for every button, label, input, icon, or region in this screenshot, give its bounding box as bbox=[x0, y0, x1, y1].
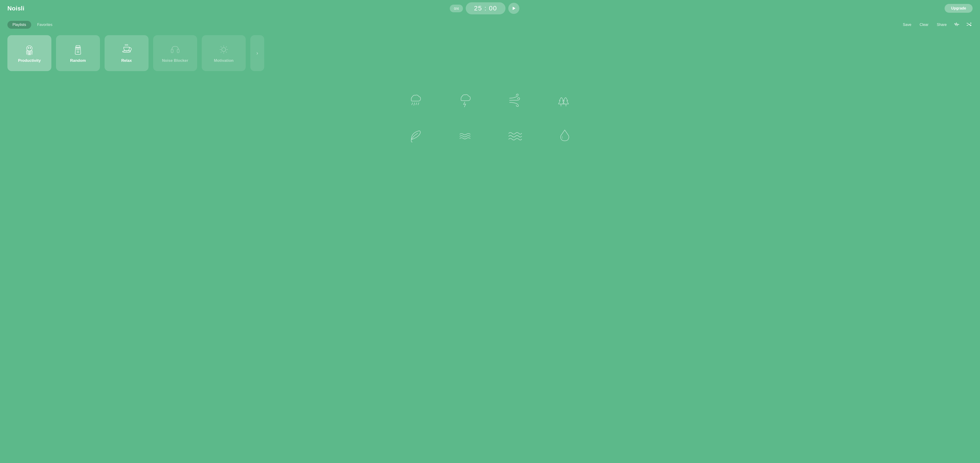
svg-point-3 bbox=[30, 48, 31, 48]
header: Noisli 0/4 25 : 00 Upgrade bbox=[0, 0, 980, 17]
playlist-card-productivity[interactable]: Productivity bbox=[7, 35, 51, 71]
play-button[interactable] bbox=[508, 3, 519, 14]
motivation-label: Motivation bbox=[214, 58, 234, 63]
random-label: Random bbox=[70, 58, 86, 63]
tabs-left: Playlists Favorites bbox=[7, 21, 57, 29]
leaves-icon bbox=[407, 127, 424, 144]
tabs-right: Save Clear Share bbox=[901, 21, 973, 29]
sound-item-wind[interactable] bbox=[490, 83, 540, 118]
sound-item-water-drop[interactable] bbox=[540, 118, 589, 153]
app-logo: Noisli bbox=[7, 5, 24, 12]
sound-item-thunder[interactable] bbox=[440, 83, 490, 118]
counter-badge: 0/4 bbox=[450, 5, 463, 12]
relax-label: Relax bbox=[121, 58, 132, 63]
rain-icon bbox=[407, 92, 424, 109]
sound-item-rain[interactable] bbox=[391, 83, 440, 118]
svg-rect-10 bbox=[171, 49, 173, 53]
sound-grid bbox=[391, 83, 589, 153]
sound-item-leaves[interactable] bbox=[391, 118, 440, 153]
tab-favorites[interactable]: Favorites bbox=[32, 21, 57, 29]
noise-blocker-icon bbox=[169, 43, 181, 56]
playlist-cards: Productivity Random bbox=[7, 35, 973, 71]
svg-line-20 bbox=[221, 52, 221, 52]
sound-item-stream[interactable] bbox=[440, 118, 490, 153]
motivation-icon bbox=[218, 43, 230, 56]
tab-playlists[interactable]: Playlists bbox=[7, 21, 31, 29]
playlist-card-noise-blocker[interactable]: Noise Blocker bbox=[153, 35, 197, 71]
save-button[interactable]: Save bbox=[901, 22, 913, 28]
wind-icon bbox=[507, 92, 523, 109]
svg-point-12 bbox=[222, 48, 226, 51]
svg-point-2 bbox=[28, 48, 29, 48]
svg-line-18 bbox=[226, 52, 227, 52]
header-center: 0/4 25 : 00 bbox=[450, 2, 519, 14]
svg-marker-26 bbox=[563, 98, 568, 104]
random-icon bbox=[72, 43, 84, 56]
svg-line-24 bbox=[418, 103, 419, 105]
main-content: Playlists Favorites Save Clear Share bbox=[0, 17, 980, 162]
next-arrow-button[interactable]: › bbox=[250, 35, 264, 71]
playlist-card-random[interactable]: Random bbox=[56, 35, 100, 71]
svg-line-17 bbox=[221, 46, 221, 47]
waves-icon bbox=[507, 127, 523, 144]
upgrade-button[interactable]: Upgrade bbox=[945, 4, 973, 13]
timer-display: 25 : 00 bbox=[466, 2, 506, 14]
sound-item-forest[interactable] bbox=[540, 83, 589, 118]
shuffle-icon bbox=[966, 22, 972, 27]
water-drop-icon bbox=[557, 127, 573, 144]
clear-button[interactable]: Clear bbox=[918, 22, 930, 28]
noise-blocker-label: Noise Blocker bbox=[162, 58, 188, 63]
relax-icon bbox=[121, 43, 132, 56]
sound-item-waves[interactable] bbox=[490, 118, 540, 153]
svg-rect-11 bbox=[177, 49, 179, 53]
svg-line-19 bbox=[226, 46, 227, 47]
share-button[interactable]: Share bbox=[935, 22, 948, 28]
productivity-label: Productivity bbox=[18, 58, 41, 63]
next-arrow-icon: › bbox=[256, 50, 258, 56]
thunder-icon bbox=[457, 92, 474, 109]
productivity-icon bbox=[23, 43, 35, 56]
tabs-row: Playlists Favorites Save Clear Share bbox=[7, 17, 973, 33]
playlist-card-relax[interactable]: Relax bbox=[105, 35, 148, 71]
forest-icon bbox=[557, 92, 573, 109]
waveform-icon bbox=[954, 22, 959, 27]
playlist-card-motivation[interactable]: Motivation bbox=[202, 35, 246, 71]
play-icon bbox=[512, 6, 516, 10]
svg-point-1 bbox=[27, 46, 32, 51]
stream-icon bbox=[457, 127, 474, 144]
svg-line-23 bbox=[416, 103, 417, 105]
svg-line-21 bbox=[412, 103, 412, 105]
waveform-button[interactable] bbox=[953, 21, 961, 29]
shuffle-button[interactable] bbox=[965, 21, 973, 29]
svg-marker-0 bbox=[513, 7, 515, 10]
svg-line-22 bbox=[414, 103, 415, 105]
